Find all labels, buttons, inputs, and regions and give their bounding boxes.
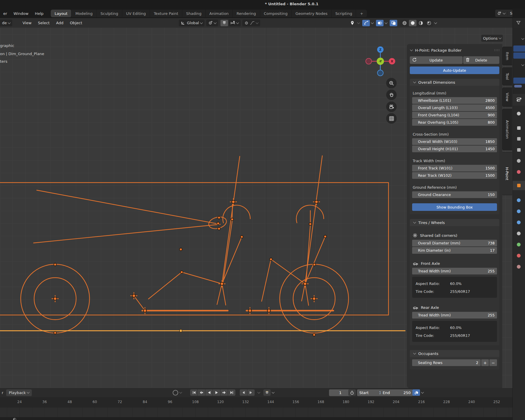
outliner-body[interactable] — [513, 28, 525, 94]
navigation-gizmo[interactable]: X Z -Y — [363, 44, 398, 79]
playback-sync-toggle[interactable] — [412, 389, 420, 396]
sidebar-tab-animation[interactable]: Animation — [502, 109, 512, 150]
field-front-track[interactable]: Front Track (W101)1500 — [412, 165, 497, 172]
section-overall-dimensions[interactable]: Overall Dimensions — [410, 79, 499, 86]
properties-tab-texture-icon[interactable] — [517, 265, 521, 269]
menu-help[interactable]: Help — [32, 11, 47, 16]
menu-view[interactable]: View — [19, 21, 35, 25]
proportional-editing-dropdown[interactable] — [242, 20, 260, 26]
tab-uv-editing[interactable]: UV Editing — [122, 10, 150, 17]
shading-solid-button[interactable] — [409, 20, 416, 26]
auto-update-button[interactable]: Auto-Update — [410, 66, 499, 74]
add-workspace-button[interactable]: + — [356, 10, 367, 17]
step-forward-button[interactable] — [247, 389, 255, 396]
tab-layout[interactable]: Layout — [51, 10, 71, 17]
menu-object[interactable]: Object — [66, 21, 85, 25]
playback-menu[interactable]: Playback — [6, 389, 32, 396]
properties-tab-object-icon[interactable] — [517, 183, 521, 188]
field-rear-track[interactable]: Rear Track (W102)1500 — [412, 172, 497, 179]
menu-select[interactable]: Select — [35, 21, 53, 25]
play-button[interactable] — [213, 389, 220, 396]
properties-tab-tool-icon[interactable] — [517, 111, 521, 116]
properties-tab-material-icon[interactable] — [517, 253, 521, 258]
mode-dropdown[interactable]: de — [0, 20, 12, 26]
snap-target-dropdown[interactable] — [229, 20, 241, 26]
sidebar-tab-item[interactable]: Item — [502, 47, 512, 65]
outliner-expand-icon[interactable] — [522, 63, 524, 66]
outliner-selected-row[interactable] — [513, 46, 525, 52]
tab-sculpting[interactable]: Sculpting — [97, 10, 122, 17]
properties-tab-data-icon[interactable] — [517, 242, 521, 247]
properties-tab-render-icon[interactable] — [517, 126, 521, 130]
xray-toggle[interactable] — [390, 20, 397, 26]
outliner-scrollbar[interactable] — [514, 85, 522, 88]
properties-tab-scene-icon[interactable] — [517, 159, 521, 163]
section-occupants[interactable]: Occupants — [410, 350, 499, 357]
field-overall-diameter[interactable]: Overall Diameter (mm)738 — [412, 240, 497, 246]
select-tool-dropdown[interactable] — [349, 20, 356, 26]
pivot-point-dropdown[interactable] — [206, 20, 218, 26]
properties-tab-view-layer-icon[interactable] — [517, 148, 521, 152]
properties-tab-output-icon[interactable] — [517, 136, 521, 141]
tab-geometry-nodes[interactable]: Geometry Nodes — [291, 10, 331, 17]
properties-tab-world-icon[interactable] — [517, 170, 521, 174]
jump-to-start-button[interactable] — [190, 389, 197, 396]
field-rim-diameter[interactable]: Rim Diameter (in)17 — [412, 247, 497, 254]
sidebar-tab-tool[interactable]: Tool — [502, 67, 512, 85]
next-keyframe-button[interactable] — [220, 389, 228, 396]
shading-material-button[interactable] — [417, 20, 425, 26]
step-back-button[interactable] — [240, 389, 247, 396]
orthographic-toggle-button[interactable] — [386, 113, 397, 124]
tab-modeling[interactable]: Modeling — [71, 10, 96, 17]
tab-shading[interactable]: Shading — [182, 10, 205, 17]
camera-view-button[interactable] — [386, 102, 397, 112]
filter-funnel-icon[interactable] — [516, 21, 521, 25]
prev-keyframe-button[interactable] — [198, 389, 205, 396]
tab-texture-paint[interactable]: Texture Paint — [150, 10, 182, 17]
auto-key-toggle[interactable] — [173, 390, 178, 396]
frame-start-field[interactable]: Start 1 — [357, 389, 384, 396]
overlays-toggle[interactable] — [376, 20, 384, 26]
snap-toggle[interactable] — [220, 20, 228, 26]
tab-animation[interactable]: Animation — [205, 10, 232, 17]
seating-rows-decrease-button[interactable]: − — [489, 359, 497, 366]
tab-compositing[interactable]: Compositing — [260, 10, 292, 17]
outliner-selected-row[interactable] — [513, 52, 525, 59]
use-preview-range-button[interactable] — [348, 389, 356, 396]
menu-window[interactable]: Window — [10, 11, 32, 16]
properties-tab-particles-icon[interactable] — [517, 209, 521, 214]
panel-grip-icon[interactable] — [494, 49, 499, 51]
transform-orientation-dropdown[interactable]: Global — [179, 20, 204, 26]
field-rear-tread-width[interactable]: Tread Width (mm)255 — [412, 312, 497, 318]
timeline-menu-cut[interactable]: r — [2, 391, 3, 395]
menu-add[interactable]: Add — [53, 21, 66, 25]
play-reverse-button[interactable] — [205, 389, 213, 396]
field-front-tread-width[interactable]: Tread Width (mm)255 — [412, 268, 497, 274]
properties-tab-constraints-icon[interactable] — [517, 231, 521, 236]
field-overall-height[interactable]: Overall Height (H101)1450 — [412, 146, 497, 152]
field-ground-clearance[interactable]: Ground Clearance150 — [412, 191, 497, 198]
options-dropdown[interactable]: Options — [481, 35, 503, 42]
menu-cut-left[interactable]: er — [0, 11, 10, 16]
field-rear-overhang[interactable]: Rear Overhang (L105)800 — [412, 119, 497, 126]
frame-end-field[interactable]: End 250 — [380, 389, 413, 396]
section-tires-wheels[interactable]: Tires / Wheels — [410, 219, 499, 226]
properties-tab-physics-icon[interactable] — [517, 220, 521, 225]
outliner-selected-row[interactable] — [513, 78, 525, 84]
properties-tab-modifiers-icon[interactable] — [517, 198, 521, 202]
zoom-button[interactable] — [386, 78, 397, 88]
field-overall-width[interactable]: Overall Width (W103)1850 — [412, 138, 497, 145]
sidebar-tab-view[interactable]: View — [502, 88, 512, 107]
field-overall-length[interactable]: Overall Length (L103)4500 — [412, 104, 497, 111]
timeline-ruler[interactable]: 24 36 48 60 72 84 96 108 120 132 144 156… — [0, 397, 512, 407]
field-seating-rows[interactable]: Seating Rows 2 — [412, 359, 481, 366]
show-bounding-box-button[interactable]: Show Bounding Box — [412, 203, 497, 211]
field-wheelbase[interactable]: Wheelbase (L101)2800 — [412, 97, 497, 104]
sidebar-tab-h-point[interactable]: H-Point — [502, 152, 512, 195]
tab-scripting[interactable]: Scripting — [331, 10, 356, 17]
pan-button[interactable] — [386, 90, 397, 100]
timeline-snap-toggle[interactable] — [263, 389, 271, 396]
seating-rows-increase-button[interactable]: + — [481, 359, 489, 366]
update-button[interactable]: Update — [410, 56, 463, 64]
delete-button[interactable]: Delete — [463, 56, 499, 64]
